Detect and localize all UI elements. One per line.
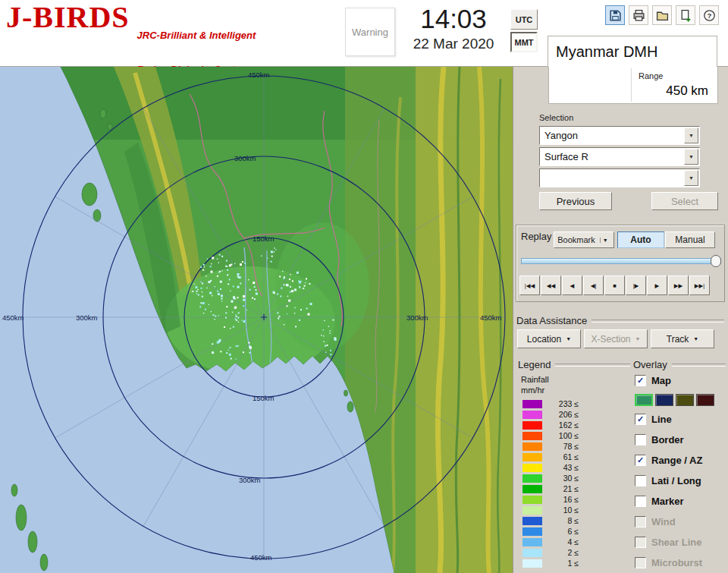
overlay-item-border[interactable]: Border <box>635 430 727 450</box>
playback-skip-to-start-button[interactable]: |◀◀ <box>519 275 540 295</box>
replay-slider-thumb[interactable] <box>711 255 721 267</box>
playback-fast-forward-button[interactable]: ▶▶ <box>668 275 689 295</box>
overlay-label-marker: Marker <box>651 496 684 507</box>
replay-label: Replay <box>521 231 551 242</box>
checkbox-range-az[interactable]: ✓ <box>635 455 646 466</box>
checkbox-microburst[interactable] <box>635 557 646 568</box>
auto-mode-button[interactable]: Auto <box>617 231 664 248</box>
checkbox-lati-long[interactable] <box>635 475 646 486</box>
ring-label-300-bottom: 300km <box>239 476 261 484</box>
legend-color-swatch <box>522 474 542 483</box>
clock: 14:03 22 Mar 2020 <box>397 3 510 52</box>
overlay-item-wind[interactable]: Wind <box>635 512 727 532</box>
clock-time: 14:03 <box>397 3 510 35</box>
legend-row: 16 ≤ <box>522 494 579 505</box>
clock-date: 22 Mar 2020 <box>397 36 510 52</box>
overlay-item-range-az[interactable]: ✓Range / AZ <box>635 450 727 471</box>
save-button[interactable] <box>605 5 625 25</box>
overlay-item-marker[interactable]: Marker <box>635 491 727 512</box>
overlay-label-wind: Wind <box>651 516 676 527</box>
legend-threshold-label: 2 ≤ <box>542 548 579 557</box>
legend-color-swatch <box>522 400 542 408</box>
ring-label-150-top: 150km <box>253 235 275 243</box>
previous-button[interactable]: Previous <box>539 192 612 210</box>
playback-play-reverse-button[interactable]: ◀ <box>562 275 582 295</box>
warning-indicator[interactable]: Warning <box>345 8 395 56</box>
map-style-swatch-0[interactable] <box>635 394 653 406</box>
playback-controls: |◀◀◀◀◀◀|■|▶▶▶▶▶▶| <box>519 275 710 295</box>
playback-step-back-button[interactable]: ◀| <box>583 275 604 295</box>
site-dropdown[interactable]: Yangon ▼ <box>539 126 700 145</box>
export-button[interactable] <box>676 5 695 25</box>
manual-mode-button[interactable]: Manual <box>665 231 715 248</box>
x-section-button[interactable]: X-Section ▼ <box>584 329 648 348</box>
map-style-swatch-2[interactable] <box>676 394 694 406</box>
radar-map[interactable]: 450km 300km 150km 150km 300km 450km 450k… <box>0 67 513 573</box>
chevron-down-icon: ▼ <box>693 336 698 342</box>
bookmark-button[interactable]: Bookmark ▼ <box>554 231 614 248</box>
checkbox-marker[interactable] <box>635 496 646 507</box>
legend-row: 61 ≤ <box>522 452 579 462</box>
select-button[interactable]: Select <box>651 192 718 210</box>
replay-slider-track[interactable] <box>521 258 721 264</box>
playback-skip-to-end-button[interactable]: ▶▶| <box>689 275 710 295</box>
chevron-down-icon[interactable]: ▼ <box>684 149 698 165</box>
overlay-item-shear-line[interactable]: Shear Line <box>635 532 727 553</box>
data-assistance-section: Data Assistance <box>516 315 724 326</box>
chevron-down-icon[interactable]: ▼ <box>684 128 698 143</box>
legend-row: 78 ≤ <box>522 441 579 452</box>
chevron-down-icon[interactable]: ▼ <box>600 238 610 243</box>
chevron-down-icon[interactable]: ▼ <box>684 170 698 186</box>
option-dropdown[interactable]: ▼ <box>539 168 700 187</box>
open-folder-button[interactable] <box>652 5 672 25</box>
overlay-item-lati-long[interactable]: Lati / Long <box>635 471 727 491</box>
checkbox-wind[interactable] <box>635 516 646 527</box>
warning-label: Warning <box>352 27 388 38</box>
legend-color-swatch <box>522 442 542 451</box>
legend-threshold-label: 16 ≤ <box>542 495 579 504</box>
legend-row: 10 ≤ <box>522 505 579 515</box>
playback-stop-button[interactable]: ■ <box>604 275 625 295</box>
help-button[interactable]: ? <box>699 5 719 25</box>
track-button[interactable]: Track ▼ <box>651 329 714 348</box>
legend-row: 100 ≤ <box>522 430 579 441</box>
overlay-item-line[interactable]: ✓Line <box>635 409 727 430</box>
help-icon: ? <box>703 9 716 22</box>
ring-label-450-right: 450km <box>480 313 502 322</box>
legend-threshold-label: 1 ≤ <box>542 559 579 568</box>
overlay-label-map: Map <box>651 375 671 386</box>
selection-label: Selection <box>539 113 573 122</box>
playback-fast-rewind-button[interactable]: ◀◀ <box>541 275 561 295</box>
map-style-swatch-3[interactable] <box>696 394 714 406</box>
print-button[interactable] <box>629 5 648 25</box>
playback-play-button[interactable]: ▶ <box>647 275 667 295</box>
product-dropdown[interactable]: Surface R ▼ <box>539 147 700 166</box>
legend-section: Legend <box>518 359 630 370</box>
legend-color-swatch <box>522 411 542 419</box>
replay-timeline-slider[interactable] <box>521 254 721 268</box>
location-button[interactable]: Location ▼ <box>517 329 581 348</box>
product-dropdown-value: Surface R <box>540 151 684 162</box>
overlay-item-map[interactable]: ✓Map <box>635 370 727 391</box>
checkbox-shear-line[interactable] <box>635 537 646 548</box>
checkbox-border[interactable] <box>635 434 646 445</box>
legend-color-swatch <box>522 517 542 525</box>
legend-threshold-label: 21 ≤ <box>542 484 579 493</box>
checkbox-map[interactable]: ✓ <box>635 375 646 386</box>
overlay-label-border: Border <box>651 434 684 445</box>
legend-threshold-label: 8 ≤ <box>542 516 579 525</box>
legend-row: 206 ≤ <box>522 409 579 420</box>
data-assistance-label: Data Assistance <box>516 315 587 326</box>
playback-step-forward-button[interactable]: |▶ <box>626 275 646 295</box>
utc-button[interactable]: UTC <box>510 9 538 30</box>
map-style-swatch-1[interactable] <box>655 394 673 406</box>
legend-row: 21 ≤ <box>522 483 579 494</box>
checkbox-line[interactable]: ✓ <box>635 414 646 425</box>
legend-color-swatch <box>522 464 542 472</box>
radar-map-area[interactable]: 450km 300km 150km 150km 300km 450km 450k… <box>0 67 513 573</box>
mmt-button[interactable]: MMT <box>510 32 538 52</box>
ring-label-300-top: 300km <box>234 154 256 162</box>
overlay-options: ✓Map✓LineBorder✓Range / AZLati / LongMar… <box>635 370 727 573</box>
chevron-down-icon: ▼ <box>635 336 641 342</box>
overlay-item-microburst[interactable]: Microburst <box>635 553 727 573</box>
